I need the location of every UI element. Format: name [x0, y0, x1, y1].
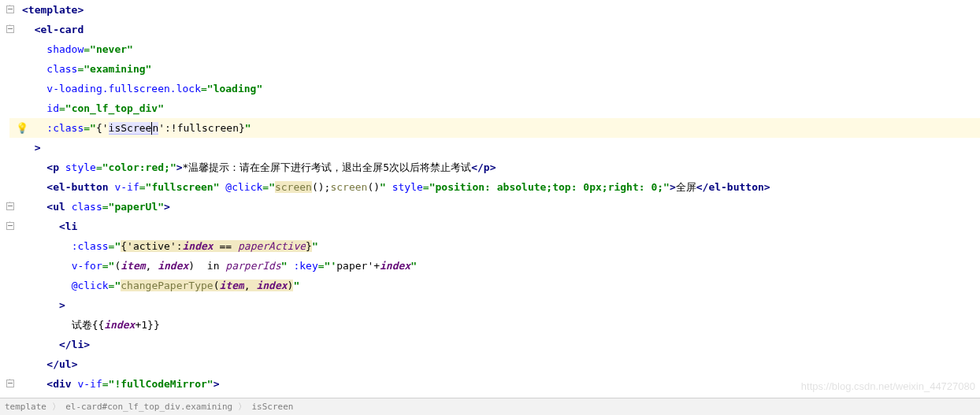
- attr-value: "never": [90, 43, 133, 55]
- equals: =: [59, 102, 65, 114]
- fn-call: changePaperType: [121, 280, 213, 291]
- code-line[interactable]: :class="{'active':index == paperActive}": [9, 236, 980, 256]
- intention-bulb-icon[interactable]: 💡: [16, 118, 27, 129]
- tag-name: template: [28, 4, 78, 16]
- code-line[interactable]: <ul class="paperUl">: [9, 197, 980, 217]
- code-line[interactable]: >: [9, 138, 980, 157]
- attr-name: style: [65, 161, 96, 173]
- breadcrumb-item[interactable]: el-card#con_lf_top_div.examining: [65, 402, 232, 412]
- code-line[interactable]: shadow="never": [9, 39, 980, 59]
- code-line[interactable]: </li>: [9, 335, 980, 354]
- code-line[interactable]: id="con_lf_top_div": [9, 98, 980, 118]
- tag-open: <: [22, 4, 28, 16]
- text-cursor: [151, 122, 152, 135]
- tag-close: >: [35, 142, 41, 154]
- code-line-active[interactable]: 💡 :class="{'isScreen':!fullscreen}": [9, 118, 980, 138]
- fn-call: screen: [275, 181, 312, 193]
- expr: ':!fullscreen}: [158, 122, 245, 134]
- watermark: https://blog.csdn.net/weixin_44727080: [801, 376, 975, 396]
- attr-name: class: [46, 63, 77, 75]
- attr-name: :class: [46, 122, 84, 134]
- code-line[interactable]: </ul>: [9, 354, 980, 374]
- code-line[interactable]: <p style="color:red;">*温馨提示：请在全屏下进行考试，退出…: [9, 157, 980, 177]
- chevron-right-icon: 〉: [238, 402, 247, 412]
- code-line[interactable]: >: [9, 295, 980, 315]
- tag-name: el-card: [40, 24, 84, 35]
- code-line[interactable]: <el-card: [9, 20, 980, 39]
- chevron-right-icon: 〉: [52, 402, 61, 412]
- equals: =: [201, 83, 207, 94]
- tag-name: p: [53, 161, 59, 173]
- equals: =: [84, 122, 90, 134]
- code-line[interactable]: <el-button v-if="fullscreen" @click="scr…: [9, 177, 980, 197]
- code-line[interactable]: v-for="(item, index) in parperIds" :key=…: [9, 256, 980, 276]
- attr-name: id: [46, 102, 59, 114]
- code-line[interactable]: <li: [9, 217, 980, 236]
- text-content: 全屏: [676, 181, 696, 193]
- tag-close: >: [77, 4, 84, 16]
- attr-value: ": [245, 122, 251, 134]
- breadcrumb-bar[interactable]: template 〉 el-card#con_lf_top_div.examin…: [0, 398, 980, 415]
- tag-open: <: [46, 161, 53, 173]
- code-line[interactable]: class="examining": [9, 59, 980, 79]
- identifier-usage: isScree: [109, 122, 152, 135]
- attr-name: v-loading.fullscreen.lock: [46, 83, 201, 94]
- code-editor[interactable]: <template> <el-card shadow="never" class…: [0, 0, 980, 413]
- code-line[interactable]: <template>: [9, 0, 980, 20]
- attr-name: shadow: [46, 43, 84, 55]
- attr-value: "loading": [207, 83, 262, 94]
- code-line[interactable]: 试卷{{index+1}}: [9, 315, 980, 335]
- code-line[interactable]: @click="changePaperType(item, index)": [9, 276, 980, 295]
- text-content: 试卷: [72, 319, 92, 331]
- expr: {': [96, 122, 109, 134]
- equals: =: [84, 43, 90, 55]
- breadcrumb-item[interactable]: isScreen: [251, 402, 293, 412]
- text-content: *温馨提示：请在全屏下进行考试，退出全屏5次以后将禁止考试: [183, 161, 472, 173]
- breadcrumb-item[interactable]: template: [5, 402, 46, 412]
- attr-value: ": [90, 122, 96, 134]
- attr-value: "con_lf_top_div": [65, 102, 164, 114]
- attr-value: "examining": [84, 63, 151, 75]
- code-line[interactable]: v-loading.fullscreen.lock="loading": [9, 79, 980, 98]
